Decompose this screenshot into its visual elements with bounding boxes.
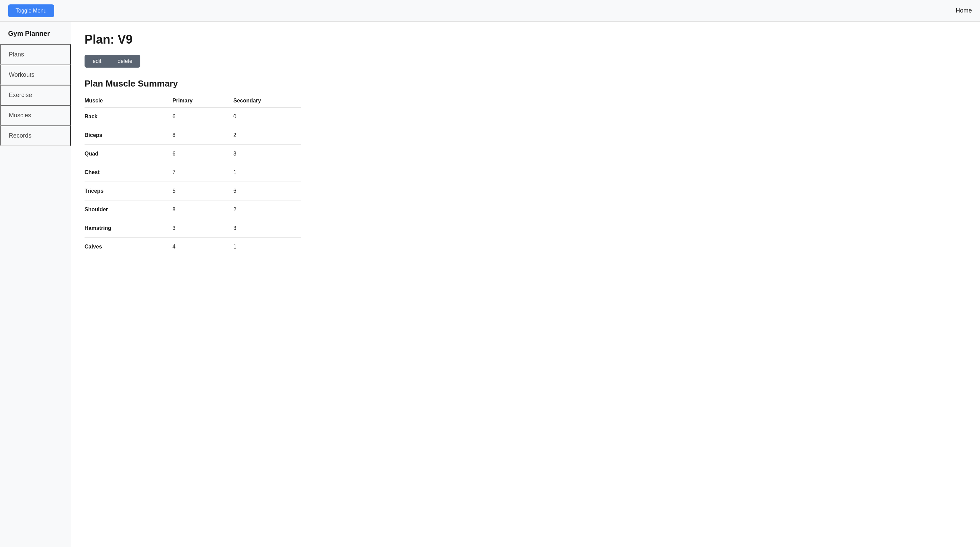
app-title: Gym Planner (0, 24, 71, 44)
table-cell-primary: 3 (172, 219, 233, 238)
table-cell-muscle: Back (84, 108, 172, 126)
table-cell-secondary: 0 (233, 108, 301, 126)
main-layout: Gym Planner Plans Workouts Exercise Musc… (0, 22, 980, 547)
plan-title: Plan: V9 (84, 32, 966, 47)
table-header-primary: Primary (172, 94, 233, 108)
table-header-secondary: Secondary (233, 94, 301, 108)
table-cell-primary: 4 (172, 238, 233, 256)
main-content: Plan: V9 edit delete Plan Muscle Summary… (71, 22, 980, 547)
home-link[interactable]: Home (956, 7, 972, 14)
sidebar-nav: Plans Workouts Exercise Muscles Records (0, 44, 71, 146)
sidebar-item-exercise[interactable]: Exercise (0, 85, 71, 105)
table-cell-muscle: Shoulder (84, 200, 172, 219)
table-row: Calves41 (84, 238, 301, 256)
sidebar-item-plans[interactable]: Plans (0, 44, 71, 65)
table-cell-muscle: Triceps (84, 182, 172, 200)
action-buttons: edit delete (84, 55, 966, 68)
table-cell-muscle: Calves (84, 238, 172, 256)
table-row: Triceps56 (84, 182, 301, 200)
table-cell-primary: 8 (172, 126, 233, 145)
edit-button[interactable]: edit (84, 55, 110, 68)
table-cell-muscle: Hamstring (84, 219, 172, 238)
sidebar-item-records[interactable]: Records (0, 126, 71, 146)
table-cell-secondary: 3 (233, 145, 301, 163)
sidebar: Gym Planner Plans Workouts Exercise Musc… (0, 22, 71, 547)
top-nav: Toggle Menu Home (0, 0, 980, 22)
table-row: Shoulder82 (84, 200, 301, 219)
table-row: Quad63 (84, 145, 301, 163)
delete-button[interactable]: delete (110, 55, 141, 68)
section-title: Plan Muscle Summary (84, 78, 966, 89)
table-row: Biceps82 (84, 126, 301, 145)
table-row: Chest71 (84, 163, 301, 182)
table-cell-secondary: 2 (233, 126, 301, 145)
sidebar-item-workouts[interactable]: Workouts (0, 65, 71, 85)
table-cell-primary: 6 (172, 145, 233, 163)
table-cell-secondary: 1 (233, 163, 301, 182)
sidebar-item-muscles[interactable]: Muscles (0, 105, 71, 126)
table-cell-secondary: 3 (233, 219, 301, 238)
toggle-menu-button[interactable]: Toggle Menu (8, 5, 54, 17)
table-cell-muscle: Chest (84, 163, 172, 182)
table-cell-secondary: 2 (233, 200, 301, 219)
muscle-table: Muscle Primary Secondary Back60Biceps82Q… (84, 94, 301, 256)
table-cell-primary: 7 (172, 163, 233, 182)
table-header-muscle: Muscle (84, 94, 172, 108)
table-cell-secondary: 6 (233, 182, 301, 200)
table-cell-primary: 5 (172, 182, 233, 200)
table-row: Hamstring33 (84, 219, 301, 238)
table-cell-muscle: Quad (84, 145, 172, 163)
table-cell-primary: 8 (172, 200, 233, 219)
table-cell-primary: 6 (172, 108, 233, 126)
table-row: Back60 (84, 108, 301, 126)
table-cell-secondary: 1 (233, 238, 301, 256)
table-cell-muscle: Biceps (84, 126, 172, 145)
